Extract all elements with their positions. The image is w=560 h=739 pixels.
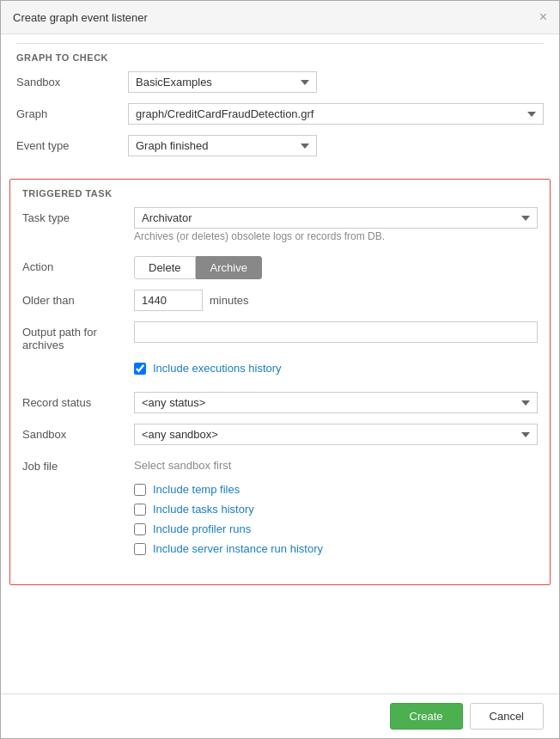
include-tasks-checkbox-row: Include tasks history — [134, 503, 538, 516]
graph-control: graph/CreditCardFraudDetection.grf — [128, 103, 544, 125]
include-executions-control: Include executions history — [134, 362, 538, 382]
minutes-label: minutes — [210, 294, 249, 307]
include-tasks-label: Include tasks history — [153, 503, 254, 516]
include-server-checkbox[interactable] — [134, 543, 146, 555]
delete-button[interactable]: Delete — [134, 256, 196, 279]
event-type-select[interactable]: Graph finished — [128, 135, 317, 156]
job-file-row: Job file Select sandbox first — [22, 455, 538, 473]
graph-label: Graph — [16, 103, 128, 120]
sandbox2-control: <any sandbox> — [134, 424, 538, 445]
include-tasks-checkbox[interactable] — [134, 504, 146, 516]
select-sandbox-text: Select sandbox first — [134, 455, 538, 472]
include-temp-row: Include temp files Include tasks history… — [22, 483, 538, 562]
include-temp-checkbox-row: Include temp files — [134, 483, 538, 496]
dialog-body: GRAPH TO CHECK Sandbox BasicExamples Gra… — [1, 34, 559, 693]
dialog: Create graph event listener × GRAPH TO C… — [0, 0, 560, 739]
include-executions-row: Include executions history — [22, 362, 538, 382]
include-profiler-checkbox[interactable] — [134, 523, 146, 535]
action-btn-group: Delete Archive — [134, 256, 538, 279]
event-type-control: Graph finished — [128, 135, 544, 156]
sandbox-select[interactable]: BasicExamples — [128, 71, 317, 93]
minutes-row: minutes — [134, 290, 538, 311]
action-label: Action — [22, 256, 134, 273]
job-file-label: Job file — [22, 455, 134, 473]
older-than-input[interactable] — [134, 290, 203, 311]
triggered-task-section: TRIGGERED TASK Task type Archivator Arch… — [9, 179, 551, 585]
include-executions-checkbox[interactable] — [134, 363, 146, 375]
graph-select[interactable]: graph/CreditCardFraudDetection.grf — [128, 103, 544, 125]
dialog-title: Create graph event listener — [13, 11, 148, 24]
sandbox2-label: Sandbox — [22, 424, 134, 441]
task-type-select[interactable]: Archivator — [134, 207, 538, 229]
task-type-label: Task type — [22, 207, 134, 224]
close-button[interactable]: × — [539, 9, 547, 25]
task-type-row: Task type Archivator Archives (or delete… — [22, 207, 538, 246]
create-button[interactable]: Create — [390, 703, 463, 730]
graph-row: Graph graph/CreditCardFraudDetection.grf — [16, 103, 544, 125]
action-row: Action Delete Archive — [22, 256, 538, 279]
include-profiler-checkbox-row: Include profiler runs — [134, 522, 538, 535]
graph-to-check-section: GRAPH TO CHECK Sandbox BasicExamples Gra… — [1, 34, 559, 172]
record-status-row: Record status <any status> — [22, 392, 538, 413]
include-temp-label: Include temp files — [153, 483, 240, 496]
output-path-input[interactable] — [134, 321, 538, 343]
older-than-control: minutes — [134, 290, 538, 311]
include-executions-label: Include executions history — [153, 362, 282, 375]
output-path-label: Output path for archives — [22, 321, 134, 351]
record-status-label: Record status — [22, 392, 134, 409]
archive-button[interactable]: Archive — [196, 256, 262, 279]
dialog-footer: Create Cancel — [1, 693, 559, 738]
graph-to-check-header: GRAPH TO CHECK — [16, 43, 544, 63]
dialog-header: Create graph event listener × — [1, 1, 559, 34]
sandbox2-row: Sandbox <any sandbox> — [22, 424, 538, 445]
sandbox2-select[interactable]: <any sandbox> — [134, 424, 538, 445]
include-temp-spacer — [22, 483, 134, 487]
sandbox-control: BasicExamples — [128, 71, 544, 93]
include-temp-checkbox[interactable] — [134, 484, 146, 496]
output-path-control — [134, 321, 538, 343]
sandbox-row: Sandbox BasicExamples — [16, 71, 544, 93]
task-description: Archives (or deletes) obsolete logs or r… — [134, 230, 538, 242]
include-server-checkbox-row: Include server instance run history — [134, 542, 538, 555]
include-server-label: Include server instance run history — [153, 542, 323, 555]
include-executions-checkbox-row: Include executions history — [134, 362, 538, 375]
include-profiler-label: Include profiler runs — [153, 522, 251, 535]
include-temp-control: Include temp files Include tasks history… — [134, 483, 538, 562]
task-type-control: Archivator Archives (or deletes) obsolet… — [134, 207, 538, 246]
job-file-control: Select sandbox first — [134, 455, 538, 472]
triggered-task-header: TRIGGERED TASK — [22, 188, 538, 198]
cancel-button[interactable]: Cancel — [470, 703, 544, 730]
sandbox-label: Sandbox — [16, 71, 128, 89]
event-type-label: Event type — [16, 135, 128, 152]
action-control: Delete Archive — [134, 256, 538, 279]
older-than-label: Older than — [22, 290, 134, 307]
output-path-row: Output path for archives — [22, 321, 538, 351]
include-executions-spacer — [22, 362, 134, 366]
event-type-row: Event type Graph finished — [16, 135, 544, 156]
record-status-control: <any status> — [134, 392, 538, 413]
older-than-row: Older than minutes — [22, 290, 538, 311]
record-status-select[interactable]: <any status> — [134, 392, 538, 413]
